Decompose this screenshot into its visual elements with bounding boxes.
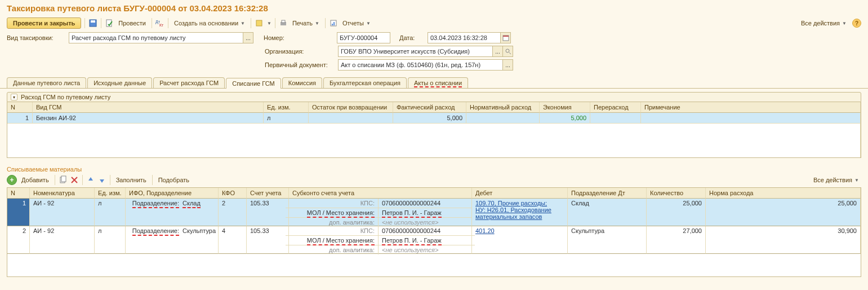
separator	[152, 18, 152, 28]
main-toolbar: Провести и закрыть Провести ДтКт Создать…	[0, 16, 868, 32]
debit-link[interactable]: 109.70, Прочие расходы;	[475, 200, 547, 206]
cell-dept-dt: Склад	[568, 199, 647, 226]
cell-unit: л	[264, 113, 309, 124]
chevron-down-icon: ▼	[842, 21, 847, 26]
calendar-icon[interactable]	[501, 32, 511, 43]
col-subconto[interactable]: Субконто счета учета	[289, 188, 472, 199]
col-unit[interactable]: Ед. изм.	[264, 102, 309, 113]
gsm-section-title: Расход ГСМ по путевому листу	[21, 94, 110, 100]
col-actual[interactable]: Фактический расход	[393, 102, 466, 113]
fill-button[interactable]: Заполнить	[114, 175, 149, 184]
cell-overrun	[590, 113, 641, 124]
kps-value: 07060000000000244	[379, 199, 475, 208]
col-economy[interactable]: Экономия	[540, 102, 590, 113]
cell-note	[641, 113, 861, 124]
create-based-button[interactable]: Создать на основании▼	[172, 19, 247, 28]
org-field[interactable]: ГОБУ ВПО Университет искусств (Субсидия)	[338, 46, 493, 57]
debit-link[interactable]: 401.20	[475, 227, 495, 234]
svg-rect-9	[332, 24, 333, 25]
form-area: Вид таксировки: Расчет расхода ГСМ по пу…	[0, 32, 868, 77]
cell-norm: 30,900	[706, 226, 861, 254]
svg-rect-5	[256, 20, 262, 26]
separator	[325, 18, 326, 28]
tab-accounting-op[interactable]: Бухгалтерская операция	[323, 77, 407, 88]
help-icon[interactable]: ?	[852, 19, 861, 28]
col-return-balance[interactable]: Остаток при возвращении	[309, 102, 393, 113]
ellipsis-button[interactable]: ...	[243, 32, 253, 43]
post-button[interactable]: Провести	[116, 19, 148, 28]
col-overrun[interactable]: Перерасход	[590, 102, 641, 113]
chevron-down-icon[interactable]: ▼	[267, 21, 271, 26]
cell-kfo: 2	[219, 199, 247, 226]
post-and-close-button[interactable]: Провести и закрыть	[7, 17, 81, 29]
tab-writeoff-acts-label: Акты о списании	[414, 80, 462, 87]
all-actions-button[interactable]: Все действия▼	[799, 19, 849, 28]
svg-rect-12	[503, 36, 509, 37]
tab-source-data[interactable]: Исходные данные	[87, 77, 152, 88]
col-ifo[interactable]: ИФО, Подразделение	[126, 188, 219, 199]
materials-toolbar: + Добавить Заполнить Подобрать Все дейст…	[0, 174, 868, 187]
collapse-icon[interactable]: ▾	[11, 94, 17, 100]
primary-doc-field[interactable]: Акт о списании МЗ (ф. 0510460) (61н, ред…	[338, 59, 503, 71]
move-down-icon[interactable]	[97, 175, 106, 184]
date-field[interactable]: 03.04.2023 16:32:28	[428, 32, 501, 43]
taxing-type-field[interactable]: Расчет расхода ГСМ по путевому листу	[69, 32, 243, 43]
post-icon[interactable]	[105, 19, 114, 28]
col-note[interactable]: Примечание	[641, 102, 861, 113]
delete-icon[interactable]	[70, 175, 79, 184]
all-actions-label: Все действия	[813, 177, 852, 183]
ellipsis-button[interactable]: ...	[493, 46, 503, 57]
reports-button[interactable]: Отчеты▼	[340, 19, 373, 28]
col-n[interactable]: N	[7, 102, 33, 113]
cell-qty: 25,000	[647, 199, 706, 226]
move-up-icon[interactable]	[86, 175, 95, 184]
col-kfo[interactable]: КФО	[219, 188, 247, 199]
subdivision-label: Подразделение:	[132, 227, 179, 236]
col-norm[interactable]: Норма расхода	[706, 188, 861, 199]
kps-label: КПС:	[360, 200, 375, 207]
reports-icon[interactable]	[329, 19, 338, 28]
subdivision-value: Скульптура	[182, 227, 216, 234]
gsm-row[interactable]: 1 Бензин АИ-92 л 5,000 5,000	[7, 113, 861, 124]
materials-row[interactable]: 2 АИ - 92 л Подразделение: Скульптура 4 …	[7, 226, 861, 254]
cell-dept-dt: Скульптура	[568, 226, 647, 254]
col-dept-dt[interactable]: Подразделение Дт	[568, 188, 647, 199]
all-actions-button[interactable]: Все действия▼	[811, 175, 861, 184]
col-n[interactable]: N	[7, 188, 30, 199]
svg-rect-1	[91, 20, 95, 23]
col-gsm-type[interactable]: Вид ГСМ	[33, 102, 264, 113]
attach-icon[interactable]	[255, 19, 264, 28]
add-button[interactable]: Добавить	[19, 175, 51, 184]
grid-blank	[7, 254, 861, 276]
ellipsis-button[interactable]: ...	[503, 59, 513, 71]
col-debit[interactable]: Дебет	[472, 188, 568, 199]
col-account[interactable]: Счет учета	[247, 188, 289, 199]
col-normative[interactable]: Нормативный расход	[466, 102, 540, 113]
tab-waybill-data[interactable]: Данные путевого листа	[7, 77, 86, 88]
col-nomenclature[interactable]: Номенклатура	[30, 188, 95, 199]
debit-link[interactable]: НУ: Н26.01, Расходование материальных за…	[475, 206, 551, 220]
tab-gsm-writeoff[interactable]: Списание ГСМ	[226, 78, 281, 89]
copy-icon[interactable]	[59, 175, 68, 184]
cell-unit: л	[95, 226, 126, 254]
tab-commission[interactable]: Комиссия	[282, 77, 322, 88]
print-button[interactable]: Печать▼	[290, 19, 322, 28]
cell-norm: 25,000	[706, 199, 861, 226]
mol-label: МОЛ / Место хранения:	[307, 237, 375, 245]
dop-value: <не используется>	[379, 245, 475, 254]
materials-row[interactable]: 1 АИ - 92 л Подразделение: Склад 2 105.3…	[7, 199, 861, 226]
print-icon[interactable]	[279, 19, 288, 28]
cell-economy: 5,000	[540, 113, 590, 124]
add-icon[interactable]: +	[7, 175, 17, 185]
subdivision-label: Подразделение:	[132, 200, 179, 208]
tab-gsm-calc[interactable]: Расчет расхода ГСМ	[153, 77, 225, 88]
dtkt-icon[interactable]: ДтКт	[155, 19, 164, 28]
col-qty[interactable]: Количество	[647, 188, 706, 199]
search-icon[interactable]	[503, 46, 513, 57]
pick-button[interactable]: Подобрать	[156, 175, 192, 184]
tab-writeoff-acts[interactable]: Акты о списании	[408, 77, 468, 88]
col-unit[interactable]: Ед. изм.	[95, 188, 126, 199]
cell-ifo: Подразделение: Скульптура	[126, 226, 219, 254]
save-icon[interactable]	[88, 19, 97, 28]
number-field[interactable]: БУГУ-000004	[337, 32, 390, 43]
